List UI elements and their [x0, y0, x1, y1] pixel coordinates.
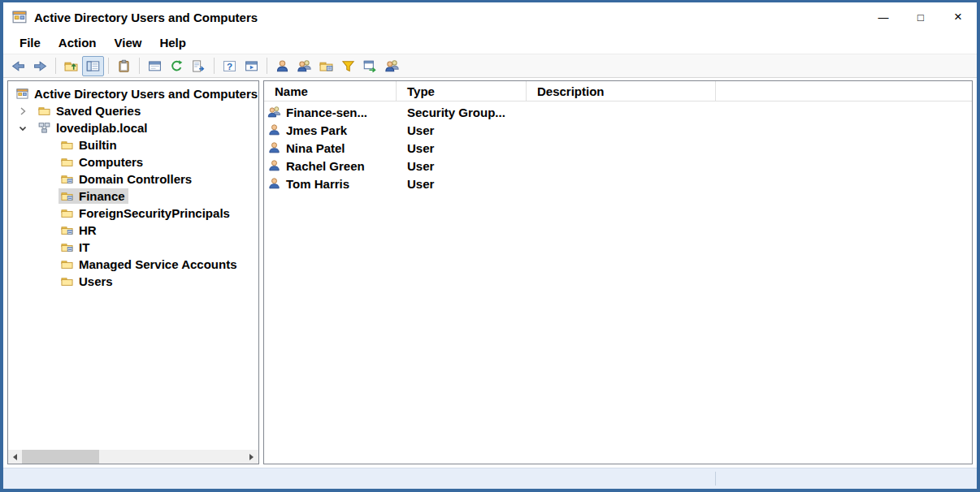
tree-item-label: Computers	[79, 155, 143, 169]
domain-icon	[37, 122, 51, 134]
tree-item-builtin[interactable]: Builtin	[8, 136, 258, 153]
tree-item-label: Saved Queries	[56, 104, 141, 118]
chevron-right-icon[interactable]	[18, 106, 36, 116]
horizontal-scrollbar[interactable]	[8, 450, 258, 464]
titlebar: Active Directory Users and Computers — □…	[3, 2, 977, 32]
forward-icon[interactable]	[29, 56, 51, 76]
cell-name: Jmes Park	[286, 123, 347, 137]
folder-icon	[37, 105, 51, 117]
up-one-level-icon[interactable]	[60, 56, 82, 76]
cell-name: Rachel Green	[286, 159, 365, 173]
list-row-rachel-green[interactable]: Rachel Green User	[264, 157, 972, 175]
tree-item-label: Users	[79, 274, 113, 288]
cell-name: Tom Harris	[286, 177, 349, 191]
window-controls: — □ ×	[865, 2, 977, 32]
menu-file[interactable]: File	[11, 33, 50, 52]
run-window-icon[interactable]	[359, 56, 381, 76]
list-header: Name Type Description	[264, 81, 972, 101]
app-icon[interactable]	[12, 10, 27, 24]
new-ou-icon[interactable]	[315, 56, 337, 76]
show-console-tree-icon[interactable]	[82, 56, 104, 76]
maximize-button[interactable]: □	[902, 2, 939, 32]
cell-type: User	[397, 141, 527, 155]
toolbar-separator	[214, 58, 215, 74]
window-title: Active Directory Users and Computers	[34, 11, 258, 24]
tree-item-domain[interactable]: lovediplab.local	[8, 119, 258, 136]
menu-help[interactable]: Help	[150, 33, 195, 52]
menubar: File Action View Help	[3, 32, 977, 54]
show-in-new-window-icon[interactable]	[241, 56, 262, 76]
cell-name: Finance-sen...	[286, 106, 367, 119]
column-header-type[interactable]: Type	[397, 81, 527, 101]
user-icon	[267, 159, 281, 172]
cell-name: Nina Patel	[286, 141, 345, 155]
scrollbar-thumb[interactable]	[22, 450, 99, 464]
user-icon	[267, 123, 281, 136]
minimize-button[interactable]: —	[865, 2, 902, 32]
chevron-down-icon[interactable]	[18, 123, 36, 133]
tree-item-label: Active Directory Users and Computers	[34, 87, 258, 101]
back-icon[interactable]	[7, 56, 29, 76]
tree-item-it[interactable]: IT	[8, 239, 258, 256]
tree-item-managed-service-accounts[interactable]: Managed Service Accounts	[8, 256, 258, 273]
tree-item-label: IT	[79, 240, 89, 254]
console-tree-panel: Active Directory Users and Computers Sav…	[7, 80, 259, 464]
clipboard-icon[interactable]	[113, 56, 135, 76]
tree-item-label: ForeignSecurityPrincipals	[79, 206, 230, 220]
column-header-blank	[716, 81, 972, 101]
main-area: Active Directory Users and Computers Sav…	[3, 78, 977, 468]
folder-icon	[60, 275, 74, 287]
list-row-finance-group[interactable]: Finance-sen... Security Group...	[264, 103, 972, 121]
cell-type: Security Group...	[397, 106, 527, 119]
column-header-name[interactable]: Name	[264, 81, 397, 101]
aduc-window: Active Directory Users and Computers — □…	[0, 0, 980, 492]
folder-icon	[60, 258, 74, 270]
list-row-tom-harris[interactable]: Tom Harris User	[264, 175, 972, 192]
folder-icon	[60, 156, 74, 168]
window-icon[interactable]	[144, 56, 166, 76]
list-row-nina-patel[interactable]: Nina Patel User	[264, 139, 972, 157]
tree-item-label: lovediplab.local	[56, 121, 148, 135]
toolbar	[3, 54, 977, 78]
tree-item-users[interactable]: Users	[8, 273, 258, 290]
close-button[interactable]: ×	[939, 2, 977, 32]
ou-icon	[60, 190, 74, 202]
list-body: Finance-sen... Security Group... Jmes Pa…	[264, 101, 972, 464]
new-user-icon[interactable]	[271, 56, 293, 76]
ou-icon	[60, 241, 74, 253]
list-row-jmes-park[interactable]: Jmes Park User	[264, 121, 972, 139]
menu-view[interactable]: View	[106, 33, 151, 52]
column-header-description[interactable]: Description	[527, 81, 716, 101]
cell-type: User	[397, 159, 527, 173]
filter-icon[interactable]	[337, 56, 359, 76]
tree-item-label: Managed Service Accounts	[79, 257, 237, 271]
folder-icon	[60, 139, 74, 151]
toolbar-separator	[55, 58, 56, 74]
ou-icon	[60, 224, 74, 236]
cell-type: User	[397, 177, 527, 191]
tree-item-root[interactable]: Active Directory Users and Computers	[8, 85, 258, 102]
statusbar	[3, 468, 977, 489]
results-list-panel: Name Type Description Finance-sen... Sec…	[263, 80, 973, 464]
help-icon[interactable]	[219, 56, 241, 76]
statusbar-divider	[715, 472, 716, 486]
new-group-icon[interactable]	[293, 56, 315, 76]
scroll-left-icon[interactable]	[8, 450, 22, 464]
scroll-right-icon[interactable]	[245, 450, 258, 464]
console-root-icon	[15, 88, 29, 100]
add-to-group-icon[interactable]	[381, 56, 403, 76]
group-icon	[267, 106, 281, 119]
toolbar-separator	[108, 58, 109, 74]
tree-item-domain-controllers[interactable]: Domain Controllers	[8, 170, 258, 188]
tree-item-label: Domain Controllers	[79, 172, 192, 186]
tree-item-computers[interactable]: Computers	[8, 153, 258, 170]
tree-item-hr[interactable]: HR	[8, 222, 258, 239]
menu-action[interactable]: Action	[50, 33, 106, 52]
refresh-icon[interactable]	[166, 56, 188, 76]
cell-type: User	[397, 123, 527, 137]
export-list-icon[interactable]	[188, 56, 210, 76]
user-icon	[267, 177, 281, 190]
tree-item-foreign-security-principals[interactable]: ForeignSecurityPrincipals	[8, 205, 258, 222]
tree-item-saved-queries[interactable]: Saved Queries	[8, 102, 258, 119]
tree-item-finance[interactable]: Finance	[8, 188, 258, 205]
